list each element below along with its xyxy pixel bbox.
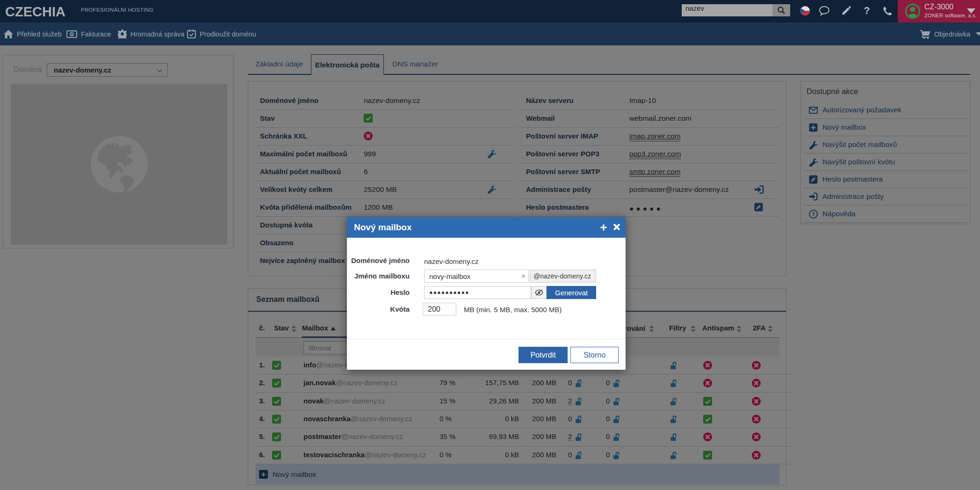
svg-text:1: 1 (71, 32, 72, 36)
